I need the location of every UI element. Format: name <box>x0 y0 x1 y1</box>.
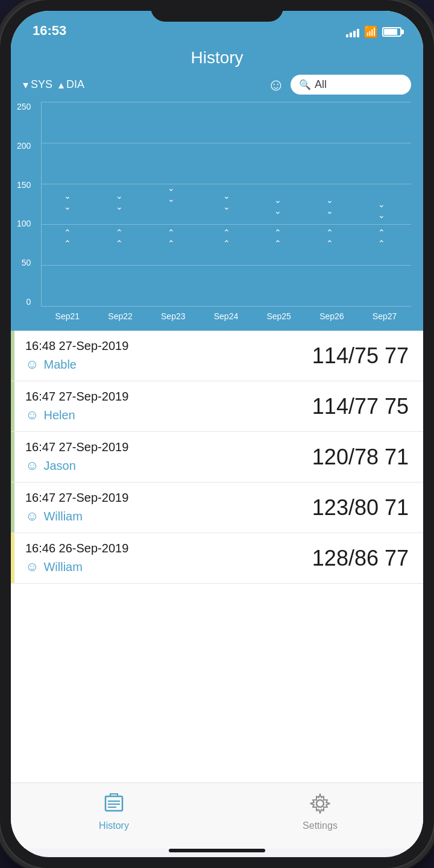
sys-filter-button[interactable]: ▾ SYS <box>23 78 52 92</box>
sys-point-sep24: ⌄ ⌄ <box>223 192 230 211</box>
record-item[interactable]: 16:47 27-Sep-2019 ☺ Helen 114/77 75 <box>11 381 423 432</box>
y-label-100: 100 <box>17 219 31 228</box>
records-list: 16:48 27-Sep-2019 ☺ Mable 114/75 77 16:4… <box>11 331 423 782</box>
person-filter-icon[interactable]: ☺ <box>267 75 285 95</box>
record-info: 16:47 27-Sep-2019 ☺ Helen <box>25 390 128 423</box>
record-info: 16:48 27-Sep-2019 ☺ Mable <box>25 339 128 372</box>
battery-icon <box>382 27 401 37</box>
tab-settings-label: Settings <box>303 820 338 831</box>
record-reading: 120/78 71 <box>312 445 409 470</box>
x-label-sep22: Sep22 <box>108 311 132 321</box>
y-label-50: 50 <box>22 258 31 267</box>
status-time: 16:53 <box>33 23 66 39</box>
record-person: ☺ Mable <box>25 357 128 372</box>
sys-point-sep21: ⌄ ⌄ <box>64 192 71 211</box>
dia-filter-button[interactable]: ▴ DIA <box>58 78 84 92</box>
record-reading: 114/77 75 <box>312 394 409 419</box>
search-value: All <box>315 78 327 91</box>
tab-history-label: History <box>99 820 129 831</box>
tab-history[interactable]: History <box>11 790 217 831</box>
record-datetime: 16:46 26-Sep-2019 <box>25 542 128 555</box>
record-person: ☺ William <box>25 559 128 575</box>
person-name: William <box>43 510 82 523</box>
settings-icon-wrap <box>307 790 333 817</box>
screen: 16:53 📶 History ▾ S <box>11 11 423 857</box>
dia-point-sep21: ⌃ ⌃ <box>64 228 71 248</box>
record-item[interactable]: 16:47 27-Sep-2019 ☺ William 123/80 71 <box>11 482 423 533</box>
chart-area: ⌄ ⌄ ⌃ ⌃ ⌄ ⌄ ⌃ ⌃ <box>41 102 411 307</box>
tab-settings[interactable]: Settings <box>217 790 423 831</box>
svg-point-4 <box>316 800 324 807</box>
y-label-250: 250 <box>17 102 31 111</box>
record-info: 16:47 27-Sep-2019 ☺ William <box>25 491 128 524</box>
wifi-icon: 📶 <box>364 25 377 39</box>
dia-arrow-icon: ▴ <box>58 78 64 92</box>
record-person: ☺ William <box>25 508 128 524</box>
person-icon: ☺ <box>25 458 39 473</box>
dia-point-sep26: ⌃ ⌃ <box>326 228 333 248</box>
history-icon-wrap <box>101 790 127 817</box>
x-label-sep26: Sep26 <box>319 311 344 321</box>
status-icons: 📶 <box>346 25 401 39</box>
record-datetime: 16:48 27-Sep-2019 <box>25 339 128 353</box>
chart-container: 250 200 150 100 50 0 <box>11 102 423 331</box>
person-icon: ☺ <box>25 508 39 524</box>
person-name: Jason <box>43 459 75 473</box>
phone-frame: 16:53 📶 History ▾ S <box>0 0 434 868</box>
chart-y-labels: 250 200 150 100 50 0 <box>17 102 31 307</box>
header-area: History ▾ SYS ▴ DIA ☺ 🔍 All <box>11 43 423 331</box>
x-label-sep24: Sep24 <box>214 311 238 321</box>
record-reading: 128/86 77 <box>312 546 409 571</box>
dia-point-sep22: ⌃ ⌃ <box>116 228 123 248</box>
sys-arrow-icon: ▾ <box>23 78 28 92</box>
history-tab-icon <box>103 793 125 814</box>
sys-point-sep25: ⌄ ⌄ <box>274 196 281 215</box>
record-datetime: 16:47 27-Sep-2019 <box>25 390 128 404</box>
person-name: William <box>43 560 82 574</box>
record-bar-normal <box>11 432 14 482</box>
record-item[interactable]: 16:48 27-Sep-2019 ☺ Mable 114/75 77 <box>11 331 423 381</box>
person-icon: ☺ <box>25 357 39 372</box>
record-reading: 114/75 77 <box>312 343 409 369</box>
dia-point-sep27: ⌃ ⌃ <box>378 228 385 248</box>
x-label-sep25: Sep25 <box>266 311 291 321</box>
record-bar-elevated <box>11 533 14 583</box>
person-icon: ☺ <box>25 559 39 575</box>
sys-point-sep26: ⌄ ⌄ <box>326 196 333 215</box>
y-label-0: 0 <box>27 297 31 307</box>
record-bar-normal <box>11 331 14 381</box>
tab-bar: History Settings <box>11 782 423 849</box>
sys-point-sep23: ⌄ ⌄ <box>168 184 175 203</box>
person-name: Mable <box>43 358 76 372</box>
notch <box>151 0 283 22</box>
settings-tab-icon <box>309 793 331 814</box>
dia-point-sep24: ⌃ ⌃ <box>223 228 230 248</box>
chart-x-labels: Sep21 Sep22 Sep23 Sep24 Sep25 Sep26 Sep2… <box>41 307 411 326</box>
x-label-sep21: Sep21 <box>55 311 80 321</box>
record-info: 16:46 26-Sep-2019 ☺ William <box>25 542 128 575</box>
y-label-200: 200 <box>17 141 31 151</box>
x-label-sep23: Sep23 <box>161 311 185 321</box>
record-bar-normal <box>11 482 14 532</box>
record-item[interactable]: 16:46 26-Sep-2019 ☺ William 128/86 77 <box>11 533 423 584</box>
record-person: ☺ Jason <box>25 458 128 473</box>
record-datetime: 16:47 27-Sep-2019 <box>25 491 128 505</box>
record-reading: 123/80 71 <box>312 495 409 520</box>
filter-row: ▾ SYS ▴ DIA ☺ 🔍 All <box>11 75 423 102</box>
sys-point-sep22: ⌄ ⌄ <box>116 192 123 211</box>
record-item[interactable]: 16:47 27-Sep-2019 ☺ Jason 120/78 71 <box>11 432 423 482</box>
page-title: History <box>11 43 423 75</box>
x-label-sep27: Sep27 <box>373 311 397 321</box>
person-name: Helen <box>43 408 75 422</box>
sys-label: SYS <box>31 78 52 91</box>
search-bar[interactable]: 🔍 All <box>291 75 411 95</box>
person-icon: ☺ <box>25 407 39 423</box>
dia-point-sep25: ⌃ ⌃ <box>274 228 281 248</box>
home-indicator <box>169 849 265 852</box>
sys-point-sep27: ⌄ ⌄ <box>378 200 385 219</box>
record-bar-normal <box>11 381 14 431</box>
signal-icon <box>346 27 359 37</box>
dia-label: DIA <box>66 78 84 91</box>
search-icon: 🔍 <box>299 79 311 90</box>
record-person: ☺ Helen <box>25 407 128 423</box>
